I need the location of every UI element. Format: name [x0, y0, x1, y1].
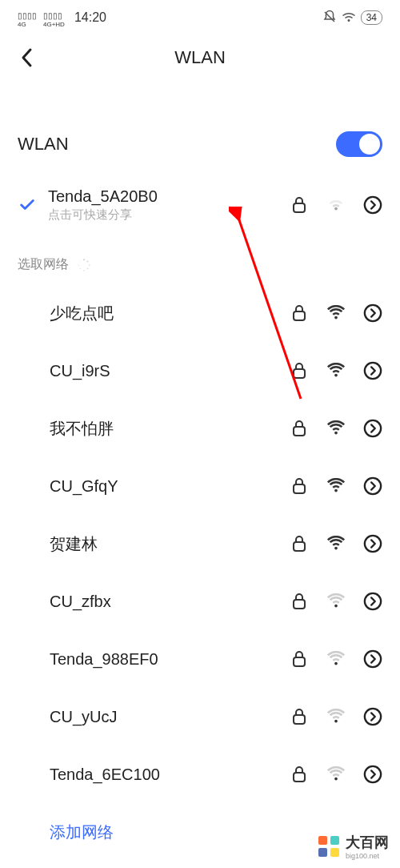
wifi-icon — [326, 361, 346, 380]
network-row[interactable]: Tenda_6EC100 — [0, 745, 400, 803]
svg-rect-33 — [330, 848, 339, 857]
svg-rect-11 — [294, 311, 305, 320]
detail-icon[interactable] — [363, 361, 382, 380]
watermark-text: 大百网 — [346, 834, 389, 850]
svg-rect-30 — [318, 836, 327, 845]
lock-icon — [290, 765, 309, 784]
svg-point-6 — [87, 267, 89, 269]
wifi-icon — [326, 303, 346, 323]
wifi-icon — [326, 707, 346, 726]
svg-point-10 — [80, 261, 81, 262]
detail-icon[interactable] — [363, 476, 382, 496]
status-right: 34 — [322, 10, 382, 26]
svg-point-4 — [87, 260, 89, 262]
svg-rect-19 — [294, 542, 305, 551]
page-title: WLAN — [174, 47, 226, 68]
lock-icon — [290, 195, 309, 215]
wifi-icon — [326, 592, 346, 611]
network-name: 少吃点吧 — [50, 303, 290, 324]
detail-icon[interactable] — [363, 419, 382, 438]
network-name: 我不怕胖 — [50, 418, 290, 440]
status-left: ▯▯▯▯ 4G ▯▯▯▯ 4G+HD 14:20 — [18, 8, 106, 28]
network-row[interactable]: 我不怕胖 — [0, 400, 400, 457]
svg-point-8 — [80, 267, 81, 268]
svg-rect-32 — [318, 848, 327, 857]
network-row[interactable]: CU_zfbx — [0, 573, 400, 630]
svg-point-22 — [365, 593, 381, 609]
network-row[interactable]: CU_i9rS — [0, 342, 400, 400]
detail-icon[interactable] — [363, 765, 382, 784]
watermark-logo-icon — [317, 834, 341, 858]
battery-indicator: 34 — [361, 10, 382, 25]
connected-name: Tenda_5A20B0 — [48, 187, 278, 206]
svg-rect-17 — [294, 484, 305, 493]
wifi-icon — [326, 476, 346, 496]
lock-icon — [290, 476, 309, 496]
back-button[interactable] — [16, 46, 38, 69]
wifi-icon — [326, 534, 346, 553]
detail-icon[interactable] — [363, 195, 382, 215]
wlan-toggle[interactable] — [336, 131, 382, 157]
svg-rect-25 — [294, 715, 305, 724]
detail-icon[interactable] — [363, 534, 382, 553]
watermark: 大百网 big100.net — [317, 833, 389, 860]
svg-rect-21 — [294, 600, 305, 609]
detail-icon[interactable] — [363, 649, 382, 669]
network-row[interactable]: CU_yUcJ — [0, 688, 400, 745]
dnd-icon — [322, 10, 337, 26]
connected-subtitle: 点击可快速分享 — [48, 207, 278, 223]
wlan-label: WLAN — [18, 134, 69, 155]
section-select-network: 选取网络 — [0, 237, 400, 284]
wifi-icon — [326, 649, 346, 669]
detail-icon[interactable] — [363, 303, 382, 323]
connected-network[interactable]: Tenda_5A20B0 点击可快速分享 — [0, 179, 400, 237]
network-name: Tenda_6EC100 — [50, 766, 290, 784]
svg-point-5 — [89, 264, 90, 266]
svg-point-20 — [365, 536, 381, 552]
network-name: CU_i9rS — [50, 362, 290, 380]
svg-rect-27 — [294, 773, 305, 782]
wifi-icon — [326, 765, 346, 784]
detail-icon[interactable] — [363, 707, 382, 726]
network-name: CU_yUcJ — [50, 708, 290, 726]
svg-point-3 — [83, 259, 85, 260]
svg-rect-23 — [294, 657, 305, 666]
detail-icon[interactable] — [363, 592, 382, 611]
network-row[interactable]: Tenda_988EF0 — [0, 630, 400, 688]
svg-point-14 — [365, 363, 381, 379]
network-name: CU_zfbx — [50, 593, 290, 611]
signal-1: ▯▯▯▯ 4G — [18, 8, 37, 28]
section-label: 选取网络 — [18, 256, 69, 273]
svg-point-24 — [365, 651, 381, 667]
lock-icon — [290, 649, 309, 669]
svg-point-2 — [365, 197, 381, 213]
status-bar: ▯▯▯▯ 4G ▯▯▯▯ 4G+HD 14:20 34 — [0, 0, 400, 35]
wlan-toggle-row: WLAN — [0, 85, 400, 179]
watermark-sub: big100.net — [346, 852, 389, 860]
svg-rect-1 — [294, 203, 305, 212]
network-row[interactable]: 少吃点吧 — [0, 284, 400, 342]
header: WLAN — [0, 35, 400, 85]
svg-point-18 — [365, 478, 381, 494]
network-list: 少吃点吧CU_i9rS我不怕胖CU_GfqY贺建林CU_zfbxTenda_98… — [0, 284, 400, 803]
svg-point-7 — [83, 270, 84, 271]
svg-point-9 — [78, 264, 79, 265]
svg-point-26 — [365, 709, 381, 725]
network-name: Tenda_988EF0 — [50, 650, 290, 669]
wifi-icon — [326, 195, 346, 215]
lock-icon — [290, 361, 309, 380]
wifi-status-icon — [342, 11, 356, 25]
lock-icon — [290, 534, 309, 553]
lock-icon — [290, 592, 309, 611]
network-name: 贺建林 — [50, 533, 290, 555]
svg-point-16 — [365, 420, 381, 436]
network-row[interactable]: 贺建林 — [0, 515, 400, 573]
lock-icon — [290, 419, 309, 438]
svg-rect-15 — [294, 427, 305, 436]
add-network-label: 添加网络 — [50, 822, 114, 843]
svg-point-12 — [365, 305, 381, 321]
network-row[interactable]: CU_GfqY — [0, 457, 400, 515]
svg-rect-13 — [294, 369, 305, 378]
lock-icon — [290, 303, 309, 323]
signal-2: ▯▯▯▯ 4G+HD — [43, 8, 65, 28]
